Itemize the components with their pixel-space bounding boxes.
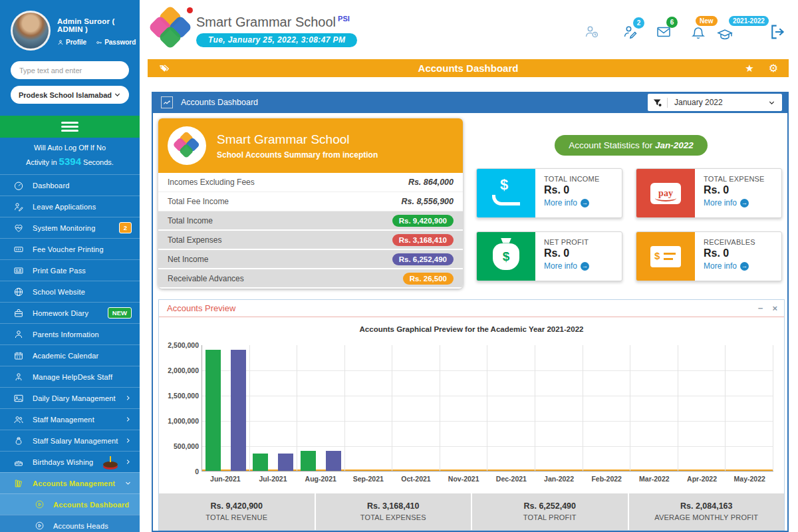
summary-logo <box>168 126 206 165</box>
chart-column-may-2022 <box>726 345 773 471</box>
menu-label: Staff Salary Management <box>33 437 118 445</box>
summary-row: Net Income Rs. 6,252,490 <box>158 250 463 269</box>
minimize-icon[interactable]: − <box>758 303 763 313</box>
birthday-cake-icon <box>102 456 119 468</box>
sidebar-item-accounts-dashboard[interactable]: Accounts Dashboard <box>0 493 140 515</box>
close-icon[interactable]: × <box>772 303 777 313</box>
y-axis-tick: 1,500,000 <box>162 392 199 400</box>
sidebar-item-school-website[interactable]: School Website <box>0 281 140 302</box>
x-axis-tick: Apr-2022 <box>678 475 726 483</box>
x-axis-tick: Sep-2021 <box>344 475 392 483</box>
more-info-link[interactable]: More info→ <box>704 198 765 207</box>
avatar[interactable] <box>11 11 51 51</box>
y-axis-tick: 500,000 <box>162 442 199 450</box>
stat-card-net-profit[interactable]: $ NET PROFIT Rs. 0 More info→ <box>476 231 622 281</box>
school-select[interactable]: Prodesk School Islamabad <box>11 86 129 104</box>
panel-header: Accounts Dashboard January 2022 <box>153 92 787 113</box>
settings-gear-icon[interactable]: ⚙ <box>769 62 778 74</box>
chart-column-oct-2021 <box>392 345 440 471</box>
more-info-link[interactable]: More info→ <box>704 261 755 271</box>
sidebar-item-fee-voucher-printing[interactable]: Fee Voucher Printing <box>0 238 140 259</box>
more-info-link[interactable]: More info→ <box>544 261 589 271</box>
account-statistics-button[interactable]: Account Statistics for Jan-2022 <box>555 135 708 156</box>
logout-icon[interactable] <box>769 23 787 41</box>
datetime-badge: Tue, January 25, 2022, 3:08:47 PM <box>196 33 357 47</box>
accounts-preview-panel: Accounts Preview − × Accounts Graphical … <box>158 299 785 531</box>
stat-card-title: NET PROFIT <box>544 238 589 246</box>
sidebar-item-staff-salary-management[interactable]: Staff Salary Management <box>0 430 140 451</box>
menu-icon <box>13 180 24 191</box>
session-badge[interactable]: 2021-2022 <box>729 16 769 26</box>
sidebar-item-accounts-management[interactable]: Accounts Management <box>0 472 140 493</box>
menu-icon <box>13 393 24 404</box>
menu-icon <box>13 265 24 276</box>
profile-link[interactable]: Profile <box>57 39 86 46</box>
statistics-month: Jan-2022 <box>655 140 694 150</box>
sidebar-item-staff-management[interactable]: Staff Management <box>0 408 140 430</box>
sidebar-item-academic-calendar[interactable]: Academic Calendar <box>0 344 140 366</box>
stat-card-total-expense[interactable]: pay TOTAL EXPENSE Rs. 0 More info→ <box>636 168 782 218</box>
academic-session-icon[interactable] <box>717 27 733 43</box>
revenue-bar <box>205 350 221 471</box>
chart-column-feb-2022 <box>583 345 631 471</box>
x-axis-tick: Feb-2022 <box>583 475 630 483</box>
x-axis-tick: Nov-2021 <box>440 475 487 483</box>
chevron-down-icon <box>768 99 775 106</box>
chart-column-jul-2021 <box>250 345 298 471</box>
main-area: Smart Grammar SchoolPSI Tue, January 25,… <box>140 0 798 532</box>
notifications-bell-icon[interactable] <box>690 25 706 41</box>
y-axis-tick: 1,000,000 <box>162 417 199 425</box>
stat-card-value: Rs. 0 <box>544 247 589 259</box>
sidebar-item-manage-helpdesk-staff[interactable]: Manage HelpDesk Staff <box>0 366 140 387</box>
menu-label: Academic Calendar <box>33 352 98 360</box>
stat-card-icon-panel: $ <box>636 232 695 281</box>
month-filter: January 2022 <box>648 94 782 111</box>
summary-row-value: Rs. 26,500 <box>403 273 454 285</box>
chevron-right-icon <box>124 458 132 466</box>
x-axis-tick: Aug-2021 <box>297 475 344 483</box>
filter-icon[interactable] <box>648 98 668 108</box>
search-input[interactable] <box>11 61 129 79</box>
sidebar-item-accounts-heads[interactable]: Accounts Heads <box>0 515 140 532</box>
stat-card-receivables[interactable]: $ RECEIVABLES Rs. 0 More info→ <box>636 231 782 281</box>
sidebar-item-leave-applications[interactable]: Leave Applications <box>0 196 140 217</box>
menu-toggle-bar[interactable] <box>0 116 140 138</box>
panel-title: Accounts Dashboard <box>181 98 258 107</box>
sidebar-item-system-monitoring[interactable]: System Monitoring 2 <box>0 217 140 238</box>
sidebar-item-parents-information[interactable]: Parents Information <box>0 323 140 344</box>
hand-dollar-icon: $ <box>491 179 521 208</box>
chart-column-apr-2022 <box>678 345 726 471</box>
stat-card-total-income[interactable]: $ TOTAL INCOME Rs. 0 More info→ <box>476 168 622 218</box>
logoff-countdown: 5394 <box>59 156 81 167</box>
user-requests-badge[interactable]: 2 <box>633 17 644 29</box>
chart-column-mar-2022 <box>630 345 678 471</box>
sidebar-item-print-gate-pass[interactable]: Print Gate Pass <box>0 259 140 281</box>
month-filter-select[interactable]: January 2022 <box>668 98 782 107</box>
favorite-star-icon[interactable]: ★ <box>745 63 753 74</box>
sidebar-item-daily-diary-management[interactable]: Daily Diary Management <box>0 387 140 408</box>
y-axis-tick: 2,000,000 <box>162 366 199 374</box>
stat-card-value: Rs. 0 <box>704 184 765 196</box>
sidebar-item-homework-diary[interactable]: Homework Diary NEW <box>0 302 140 323</box>
person-icon <box>57 39 64 46</box>
hamburger-icon[interactable] <box>61 120 78 134</box>
school-logo[interactable] <box>150 7 191 49</box>
sidebar-item-birthdays-wishing[interactable]: Birthdays Wishing <box>0 451 140 472</box>
arrow-circle-icon: → <box>740 262 749 271</box>
password-link[interactable]: Password <box>96 39 136 46</box>
auto-logoff-notice: Will Auto Log Off If No Activity in 5394… <box>0 138 140 174</box>
menu-label: Accounts Heads <box>53 522 108 530</box>
school-suffix: PSI <box>338 15 350 23</box>
user-sessions-icon[interactable] <box>584 24 600 40</box>
menu-label: Staff Management <box>33 416 94 424</box>
messages-badge[interactable]: 6 <box>666 17 678 28</box>
sidebar-menu: Dashboard Leave Applications System Moni… <box>0 174 140 532</box>
more-info-link[interactable]: More info→ <box>544 198 599 207</box>
menu-label: Accounts Dashboard <box>53 501 129 509</box>
notifications-badge[interactable]: New <box>696 16 718 26</box>
key-icon <box>96 39 102 46</box>
sidebar-item-dashboard[interactable]: Dashboard <box>0 174 140 196</box>
menu-label: Daily Diary Management <box>33 394 116 402</box>
y-axis-tick: 0 <box>162 467 199 475</box>
chart-title: Accounts Graphical Preview for the Acade… <box>159 325 784 333</box>
